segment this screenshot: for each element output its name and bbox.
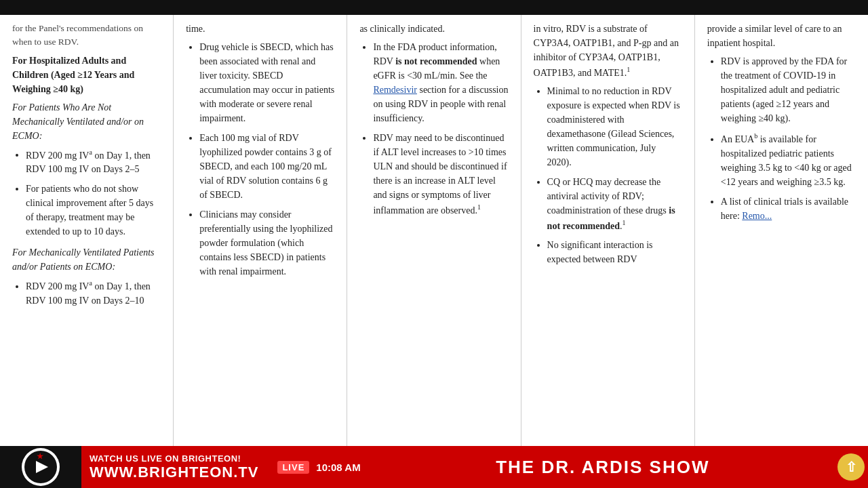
col1-subheading2: For Mechanically Ventilated Patients and…: [12, 245, 161, 274]
col2-bullets: Drug vehicle is SBECD, which has been as…: [186, 40, 334, 279]
col1-subheading1: For Patients Who Are Not Mechanically Ve…: [12, 100, 161, 143]
play-triangle-icon: [36, 461, 48, 473]
list-item: CQ or HCQ may decrease the antiviral act…: [547, 175, 682, 233]
scroll-up-button[interactable]: ⇧: [837, 453, 865, 481]
remo-link[interactable]: Remo...: [742, 211, 772, 221]
col4-bullets: Minimal to no reduction in RDV exposure …: [534, 84, 682, 267]
brighteon-label: WATCH US LIVE ON BRIGHTEON! WWW.BRIGHTEO…: [81, 446, 267, 488]
play-button[interactable]: ★: [22, 448, 60, 486]
list-item: RDV is approved by the FDA for the treat…: [721, 54, 856, 125]
list-item: Minimal to no reduction in RDV exposure …: [547, 84, 682, 169]
content-area: for the Panel's recommendations on when …: [0, 15, 868, 446]
list-item: A list of clinical trials is available h…: [721, 195, 856, 223]
live-badge: LIVE: [277, 461, 309, 474]
column-1: for the Panel's recommendations on when …: [0, 15, 174, 446]
logo-section: ★: [0, 446, 81, 488]
column-5: provide a similar level of care to an in…: [695, 15, 868, 446]
star-icon: ★: [37, 452, 43, 461]
list-item: For patients who do not show clinical im…: [26, 182, 161, 239]
list-item: RDV may need to be discontinued if ALT l…: [373, 131, 508, 218]
col1-top-text: for the Panel's recommendations on when …: [12, 22, 161, 49]
list-item: Each 100 mg vial of RDV lyophilized powd…: [199, 131, 334, 202]
column-4: in vitro, RDV is a substrate of CYP3A4, …: [521, 15, 695, 446]
bottom-bar: ★ WATCH US LIVE ON BRIGHTEON! WWW.BRIGHT…: [0, 446, 868, 488]
brighteon-url[interactable]: WWW.BRIGHTEON.TV: [90, 464, 258, 481]
column-3: as clinically indicated. In the FDA prod…: [347, 15, 521, 446]
col1-bullets2: RDV 200 mg IVa on Day 1, then RDV 100 mg…: [12, 278, 161, 308]
col1-bullets1: RDV 200 mg IVa on Day 1, then RDV 100 mg…: [12, 147, 161, 239]
watch-text: WATCH US LIVE ON BRIGHTEON!: [90, 453, 258, 464]
list-item: No significant interaction is expected b…: [547, 238, 682, 266]
list-item: An EUAb is available for hospitalized pe…: [721, 131, 856, 189]
col5-bullets: RDV is approved by the FDA for the treat…: [707, 54, 856, 223]
list-item: In the FDA product information, RDV is n…: [373, 40, 508, 125]
page-wrapper: for the Panel's recommendations on when …: [0, 0, 868, 488]
scroll-button-area: ⇧: [834, 446, 868, 488]
broadcast-time: 10:08 AM: [316, 462, 360, 473]
col1-bold-heading: For Hospitalized Adults and Children (Ag…: [12, 54, 161, 96]
remdesivir-link[interactable]: Remdesivir: [373, 85, 417, 95]
list-item: Drug vehicle is SBECD, which has been as…: [199, 40, 334, 125]
list-item: Clinicians may consider preferentially u…: [199, 207, 334, 279]
show-title: THE DR. ARDIS SHOW: [496, 457, 709, 478]
live-section: LIVE 10:08 AM: [267, 446, 371, 488]
col3-bullets: In the FDA product information, RDV is n…: [359, 40, 508, 218]
col3-top-text: as clinically indicated.: [359, 22, 508, 36]
list-item: RDV 200 mg IVa on Day 1, then RDV 100 mg…: [26, 278, 161, 308]
col4-top-text: in vitro, RDV is a substrate of CYP3A4, …: [534, 22, 682, 80]
show-title-section: THE DR. ARDIS SHOW: [372, 446, 834, 488]
col2-top-text: time.: [186, 22, 334, 36]
list-item: RDV 200 mg IVa on Day 1, then RDV 100 mg…: [26, 147, 161, 177]
column-2: time. Drug vehicle is SBECD, which has b…: [174, 15, 347, 446]
col5-top-text: provide a similar level of care to an in…: [707, 22, 856, 50]
top-bar: [0, 0, 868, 15]
